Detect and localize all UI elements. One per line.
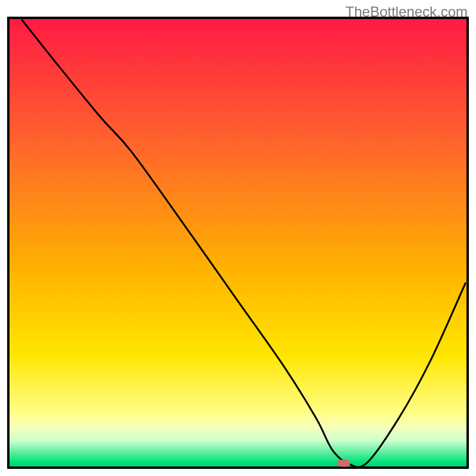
gradient-background bbox=[8, 18, 468, 468]
watermark-label: TheBottleneck.com bbox=[346, 4, 468, 20]
optimal-marker bbox=[337, 459, 350, 466]
chart-svg bbox=[0, 0, 476, 476]
bottleneck-chart: TheBottleneck.com bbox=[0, 0, 476, 476]
